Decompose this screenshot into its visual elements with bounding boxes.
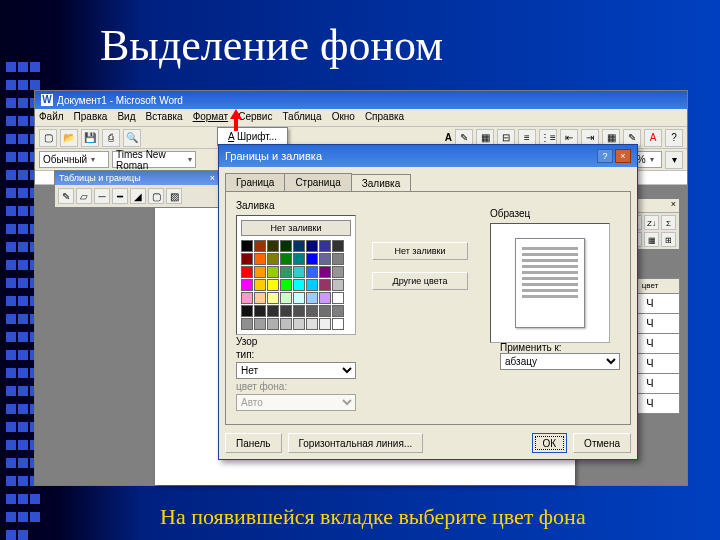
color-swatch[interactable] <box>267 318 279 330</box>
line-weight-icon[interactable]: ━ <box>112 188 128 204</box>
draw-table-icon[interactable]: ✎ <box>58 188 74 204</box>
sort-desc-icon[interactable]: Z↓ <box>644 215 659 230</box>
font-select[interactable]: Times New Roman <box>112 151 196 168</box>
menu-insert[interactable]: Вставка <box>145 111 182 124</box>
color-swatch[interactable] <box>280 279 292 291</box>
color-swatch[interactable] <box>319 292 331 304</box>
border-color-icon[interactable]: ◢ <box>130 188 146 204</box>
no-fill-button[interactable]: Нет заливки <box>372 242 468 260</box>
preview-icon[interactable]: 🔍 <box>123 129 141 147</box>
eraser-icon[interactable]: ▱ <box>76 188 92 204</box>
color-swatch[interactable] <box>332 253 344 265</box>
color-swatch[interactable] <box>306 305 318 317</box>
apply-to-select[interactable]: абзацу <box>500 353 620 370</box>
color-swatch[interactable] <box>332 279 344 291</box>
color-swatch[interactable] <box>293 305 305 317</box>
more-colors-button[interactable]: Другие цвета <box>372 272 468 290</box>
color-swatch[interactable] <box>332 292 344 304</box>
outside-border-icon[interactable]: ▢ <box>148 188 164 204</box>
color-swatch[interactable] <box>306 279 318 291</box>
color-swatch[interactable] <box>293 318 305 330</box>
color-swatch[interactable] <box>280 240 292 252</box>
tab-border[interactable]: Граница <box>225 173 285 191</box>
open-icon[interactable]: 📂 <box>60 129 78 147</box>
misc-icon[interactable]: ▾ <box>665 151 683 169</box>
color-swatch[interactable] <box>254 266 266 278</box>
color-swatch[interactable] <box>280 266 292 278</box>
menu-tools[interactable]: Сервис <box>238 111 272 124</box>
color-swatch[interactable] <box>254 240 266 252</box>
sum-icon[interactable]: Σ <box>661 215 676 230</box>
color-swatch[interactable] <box>241 253 253 265</box>
color-swatch[interactable] <box>254 253 266 265</box>
color-swatch[interactable] <box>254 318 266 330</box>
pattern-type-select[interactable]: Нет <box>236 362 356 379</box>
color-swatch[interactable] <box>280 318 292 330</box>
color-swatch[interactable] <box>332 305 344 317</box>
menu-item-font[interactable]: A Шрифт... <box>222 130 283 143</box>
color-swatch[interactable] <box>267 266 279 278</box>
close-icon[interactable]: × <box>615 149 631 163</box>
line-style-icon[interactable]: ─ <box>94 188 110 204</box>
color-swatch[interactable] <box>332 266 344 278</box>
color-swatch[interactable] <box>319 253 331 265</box>
color-swatch[interactable] <box>267 305 279 317</box>
ok-button[interactable]: ОК <box>532 433 568 453</box>
misc2-icon[interactable]: ▦ <box>644 232 659 247</box>
menu-edit[interactable]: Правка <box>74 111 108 124</box>
help-icon[interactable]: ? <box>665 129 683 147</box>
color-swatch[interactable] <box>241 305 253 317</box>
menu-window[interactable]: Окно <box>332 111 355 124</box>
color-swatch[interactable] <box>293 292 305 304</box>
color-swatch[interactable] <box>319 305 331 317</box>
color-swatch[interactable] <box>241 292 253 304</box>
color-swatch[interactable] <box>306 253 318 265</box>
color-swatch[interactable] <box>319 279 331 291</box>
color-swatch[interactable] <box>267 279 279 291</box>
cancel-button[interactable]: Отмена <box>573 433 631 453</box>
color-swatch[interactable] <box>293 279 305 291</box>
close-icon[interactable]: × <box>210 173 215 183</box>
hline-button[interactable]: Горизонтальная линия... <box>288 433 424 453</box>
menu-table[interactable]: Таблица <box>282 111 321 124</box>
color-swatch[interactable] <box>254 279 266 291</box>
color-swatch[interactable] <box>267 292 279 304</box>
color-swatch[interactable] <box>332 240 344 252</box>
color-swatch[interactable] <box>280 253 292 265</box>
menu-help[interactable]: Справка <box>365 111 404 124</box>
color-swatch[interactable] <box>319 240 331 252</box>
menu-file[interactable]: Файл <box>39 111 64 124</box>
no-fill-swatch[interactable]: Нет заливки <box>241 220 351 236</box>
color-swatch[interactable] <box>293 266 305 278</box>
menu-format[interactable]: Формат <box>193 111 229 124</box>
color-swatch[interactable] <box>267 253 279 265</box>
color-swatch[interactable] <box>306 318 318 330</box>
color-swatch[interactable] <box>254 305 266 317</box>
shading-icon[interactable]: ▨ <box>166 188 182 204</box>
print-icon[interactable]: ⎙ <box>102 129 120 147</box>
close-icon[interactable]: × <box>671 199 676 209</box>
save-icon[interactable]: 💾 <box>81 129 99 147</box>
toolbar-button[interactable]: Панель <box>225 433 282 453</box>
color-swatch[interactable] <box>241 318 253 330</box>
help-icon[interactable]: ? <box>597 149 613 163</box>
misc3-icon[interactable]: ⊞ <box>661 232 676 247</box>
color-swatch[interactable] <box>293 240 305 252</box>
tab-shading[interactable]: Заливка <box>351 174 412 192</box>
fontcolor-icon[interactable]: A <box>644 129 662 147</box>
color-swatch[interactable] <box>254 292 266 304</box>
color-swatch[interactable] <box>241 279 253 291</box>
style-select[interactable]: Обычный <box>39 151 109 168</box>
color-swatch[interactable] <box>241 240 253 252</box>
color-swatch[interactable] <box>306 240 318 252</box>
color-swatch[interactable] <box>332 318 344 330</box>
color-swatch[interactable] <box>241 266 253 278</box>
new-icon[interactable]: ▢ <box>39 129 57 147</box>
color-swatch[interactable] <box>306 292 318 304</box>
color-swatch[interactable] <box>280 305 292 317</box>
color-swatch[interactable] <box>319 318 331 330</box>
color-swatch[interactable] <box>267 240 279 252</box>
menu-view[interactable]: Вид <box>117 111 135 124</box>
tab-page[interactable]: Страница <box>284 173 351 191</box>
color-swatch[interactable] <box>306 266 318 278</box>
